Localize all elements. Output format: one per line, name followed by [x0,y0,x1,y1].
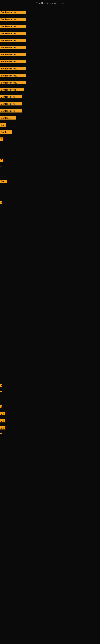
bar-row: Bottleneck resu [0,39,100,42]
bar-row: B [0,138,100,141]
bar-label: Bottleneck resu [0,46,26,49]
bar-row: Bo [0,123,100,126]
bar-row: B [0,158,100,162]
bar-row: Bottleneck re [0,102,100,106]
bar-row: Bo [0,419,100,422]
bar-label: Bot [0,180,7,183]
site-title: TheBottlenecker.com [0,0,100,6]
bar-row: Bottleneck resu [0,25,100,28]
bar-label [0,433,1,434]
bar-label: Bottleneck resu [0,18,26,21]
bar-row: Bottleneck resu [0,53,100,56]
bar-row: B [0,201,100,204]
bar-label: Bottleneck resu [0,81,26,84]
bar-label: Bottleneck resu [0,67,26,70]
bar-row: Bottleneck resu [0,46,100,49]
bar-label: Bo [0,123,6,126]
bar-label: B [0,384,2,387]
bar-row: Bottleneck resu [0,81,100,84]
bar-label: B [0,405,2,408]
bar-row: Bottleneck resu [0,60,100,63]
bar-label: Bo [0,412,5,416]
bar-label: B [0,201,2,204]
bar-row: Bottleneck resu [0,32,100,35]
bar-row: B [0,405,100,408]
bar-row: Bottle [0,130,100,134]
bar-row: Bottleneck re [0,109,100,112]
bar-label: Bottleneck re [0,109,22,112]
bar-row: Bottleneck res [0,88,100,91]
bar-row: Bo [0,412,100,416]
bar-row [0,391,100,392]
bar-label: Bottle [0,130,12,134]
bar-row: Bot [0,180,100,183]
bar-label: Bottleneck resu [0,53,26,56]
bar-label [0,391,1,392]
bar-label: Bottlene [0,116,16,120]
bar-label: B [0,158,3,162]
bar-label: Bottleneck resu [0,39,26,42]
bar-row [0,433,100,434]
bar-row: Bottleneck resu [0,74,100,77]
bar-row: Bottlene [0,116,100,120]
bar-label: Bottleneck re [0,102,22,106]
bar-row: Bottleneck re [0,95,100,98]
bar-label [0,166,1,166]
bar-label: Bottleneck resu [0,25,26,28]
bar-label: Bottleneck resu [0,60,26,63]
bar-label: Bottleneck resu [0,32,26,35]
bar-label: Bottleneck res [0,88,24,91]
bar-label: Bottleneck resu [0,74,26,77]
bar-row: Bo [0,426,100,430]
bar-row: Bottleneck resu [0,67,100,70]
bar-label: Bottleneck re [0,95,22,98]
bar-row: Bottleneck resu [0,11,100,14]
bar-label: Bo [0,426,5,430]
bar-row: B [0,384,100,387]
bar-row: Bottleneck resu [0,18,100,21]
bar-label: Bo [0,419,5,422]
bar-label: B [0,138,3,141]
bar-label: Bottleneck resu [0,11,26,14]
bar-row [0,166,100,166]
